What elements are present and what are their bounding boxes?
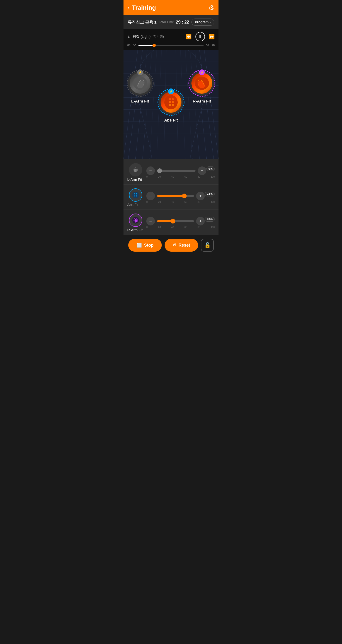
abs-lightning-badge: ⚡ bbox=[168, 88, 174, 94]
total-duration: 03 : 29 bbox=[206, 44, 215, 47]
l-arm-lightning-badge: ⚡ bbox=[137, 70, 143, 75]
abs-slider-track[interactable] bbox=[157, 195, 194, 197]
r-arm-label: R-Arm Fit bbox=[193, 99, 211, 104]
abs-channel-right: 74% − + 0 20 40 60 80 100 bbox=[146, 192, 215, 203]
workout-name: 뮤직싱크 근육 1 bbox=[128, 20, 157, 25]
svg-rect-44 bbox=[134, 196, 135, 198]
music-artist: (워너원) bbox=[153, 34, 164, 39]
r-arm-plus-button[interactable]: + bbox=[196, 217, 205, 226]
svg-rect-45 bbox=[136, 196, 137, 198]
header: ‹ Training ⚙ bbox=[124, 0, 218, 15]
l-arm-channel-left: L-Arm Fit bbox=[127, 163, 144, 182]
bottom-bar: ⬜ Stop ↺ Reset 🔓 bbox=[124, 235, 218, 256]
l-arm-plus-button[interactable]: + bbox=[198, 166, 206, 175]
reset-icon: ↺ bbox=[172, 242, 176, 248]
body-visualization: ⚡ L-Arm Fit ⚡ bbox=[124, 50, 218, 159]
l-arm-slider-thumb[interactable] bbox=[157, 168, 162, 173]
total-time-value: 29 : 22 bbox=[176, 20, 189, 25]
r-arm-tick-marks: 0 20 40 60 80 100 bbox=[146, 226, 215, 228]
play-pause-button[interactable]: ⏸ bbox=[195, 32, 205, 42]
l-arm-channel-icon bbox=[129, 163, 142, 176]
music-player: ♫ 커줘 (Light) (워너원) ⏪ ⏸ ⏩ 00 : 50 03 : 29 bbox=[124, 29, 218, 50]
header-left: ‹ Training bbox=[128, 4, 156, 12]
abs-slider-thumb[interactable] bbox=[182, 194, 187, 198]
r-arm-channel-name: R-Arm Fit bbox=[127, 228, 144, 232]
svg-rect-29 bbox=[169, 98, 171, 100]
l-arm-muscle[interactable]: ⚡ L-Arm Fit bbox=[126, 69, 154, 104]
abs-channel-left: Abs Fit bbox=[127, 188, 144, 207]
progress-thumb[interactable] bbox=[153, 44, 156, 47]
abs-icon bbox=[161, 92, 181, 113]
lock-icon: 🔓 bbox=[204, 242, 211, 248]
music-info: ♫ 커줘 (Light) (워너원) ⏪ ⏸ ⏩ bbox=[127, 32, 215, 42]
music-controls: ⏪ ⏸ ⏩ bbox=[186, 32, 215, 42]
settings-icon[interactable]: ⚙ bbox=[208, 4, 214, 12]
total-time-container: Total Time 29 : 22 bbox=[159, 20, 189, 25]
info-bar: 뮤직싱크 근육 1 Total Time 29 : 22 Program › bbox=[124, 15, 218, 29]
l-arm-channel-content: L-Arm Fit 0% − + 0 20 40 60 80 bbox=[127, 163, 215, 182]
l-arm-icon bbox=[130, 73, 151, 94]
svg-rect-42 bbox=[134, 194, 135, 196]
svg-rect-40 bbox=[134, 193, 135, 194]
r-arm-channel-content: R-Arm Fit 43% − + 0 20 40 60 80 bbox=[127, 214, 215, 232]
r-arm-circle-wrapper: ⚡ bbox=[188, 69, 216, 98]
program-button[interactable]: Program › bbox=[191, 18, 214, 26]
abs-tick-marks: 0 20 40 60 80 100 bbox=[146, 201, 215, 203]
progress-track[interactable] bbox=[139, 45, 204, 46]
r-arm-minus-button[interactable]: − bbox=[146, 217, 155, 226]
l-arm-channel-name: L-Arm Fit bbox=[127, 178, 144, 182]
l-arm-minus-button[interactable]: − bbox=[146, 166, 155, 175]
abs-circle-wrapper: ⚡ bbox=[157, 88, 185, 116]
reset-button[interactable]: ↺ Reset bbox=[165, 239, 198, 252]
r-arm-slider-track[interactable] bbox=[157, 220, 194, 222]
music-title: 커줘 (Light) bbox=[133, 34, 151, 39]
svg-rect-34 bbox=[172, 104, 173, 106]
r-arm-channel-right: 43% − + 0 20 40 60 80 100 bbox=[146, 217, 215, 228]
progress-fill bbox=[139, 45, 154, 46]
lock-button[interactable]: 🔓 bbox=[201, 239, 214, 252]
abs-percent: 74% bbox=[205, 192, 215, 196]
r-arm-lightning-badge: ⚡ bbox=[199, 70, 205, 75]
abs-channel-icon bbox=[129, 188, 142, 202]
stop-label: Stop bbox=[144, 243, 154, 248]
rewind-button[interactable]: ⏪ bbox=[186, 34, 192, 40]
r-arm-channel-icon bbox=[129, 214, 142, 227]
abs-channel-row: Abs Fit 74% − + 0 20 40 60 80 bbox=[124, 184, 218, 210]
r-arm-channel-row: R-Arm Fit 43% − + 0 20 40 60 80 bbox=[124, 210, 218, 235]
abs-plus-button[interactable]: + bbox=[196, 192, 205, 200]
r-arm-slider-thumb[interactable] bbox=[171, 219, 175, 224]
l-arm-slider-track[interactable] bbox=[157, 170, 195, 172]
abs-label: Abs Fit bbox=[164, 118, 178, 123]
controls-section: L-Arm Fit 0% − + 0 20 40 60 80 bbox=[124, 159, 218, 235]
stop-button[interactable]: ⬜ Stop bbox=[128, 239, 162, 252]
svg-rect-41 bbox=[136, 193, 137, 194]
svg-rect-31 bbox=[169, 101, 171, 103]
fastforward-button[interactable]: ⏩ bbox=[209, 34, 215, 40]
l-arm-channel-right: 0% − + 0 20 40 60 80 100 bbox=[146, 166, 215, 178]
reset-label: Reset bbox=[178, 243, 190, 248]
l-arm-tick-marks: 0 20 40 60 80 100 bbox=[146, 176, 215, 178]
abs-slider-row: − + bbox=[146, 192, 205, 200]
svg-rect-43 bbox=[136, 194, 137, 196]
abs-slider-fill bbox=[157, 195, 184, 197]
r-arm-icon bbox=[191, 73, 212, 94]
music-progress: 00 : 50 03 : 29 bbox=[127, 44, 215, 47]
music-title-row: ♫ 커줘 (Light) (워너원) bbox=[127, 34, 164, 39]
abs-muscle[interactable]: ⚡ Abs Fit bbox=[157, 88, 185, 123]
abs-minus-button[interactable]: − bbox=[146, 192, 155, 200]
l-arm-circle-wrapper: ⚡ bbox=[126, 69, 154, 98]
abs-channel-name: Abs Fit bbox=[127, 202, 144, 207]
l-arm-percent: 0% bbox=[206, 166, 215, 171]
total-time-label: Total Time bbox=[159, 20, 174, 24]
r-arm-percent: 43% bbox=[205, 217, 215, 222]
svg-rect-30 bbox=[172, 98, 173, 100]
abs-channel-content: Abs Fit 74% − + 0 20 40 60 80 bbox=[127, 188, 215, 207]
r-arm-slider-row: − + bbox=[146, 217, 205, 226]
svg-rect-32 bbox=[172, 101, 173, 103]
r-arm-muscle[interactable]: ⚡ R-Arm Fit bbox=[188, 69, 216, 104]
l-arm-channel-row: L-Arm Fit 0% − + 0 20 40 60 80 bbox=[124, 159, 218, 184]
current-time: 00 : 50 bbox=[127, 44, 136, 47]
r-arm-channel-left: R-Arm Fit bbox=[127, 214, 144, 232]
l-arm-slider-row: − + bbox=[146, 166, 206, 175]
back-button[interactable]: ‹ bbox=[128, 4, 130, 11]
